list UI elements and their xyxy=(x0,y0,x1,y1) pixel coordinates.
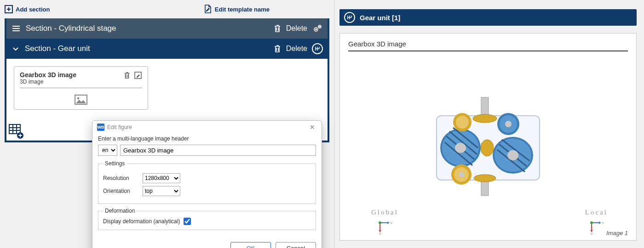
language-select[interactable]: en xyxy=(98,145,117,156)
delete-label[interactable]: Delete xyxy=(286,24,307,33)
gearshift-icon xyxy=(344,12,355,23)
settings-group: Settings Resolution 1280x800 Orientation… xyxy=(98,160,316,204)
trash-icon[interactable] xyxy=(123,71,131,79)
preview-3d-canvas[interactable]: Global v u Local v xyxy=(348,56,628,235)
edit-figure-dialog: WB Edit figure ✕ Enter a multi-language … xyxy=(92,120,322,248)
orientation-label: Orientation xyxy=(103,188,137,194)
settings-legend: Settings xyxy=(103,160,126,167)
gears-icon[interactable] xyxy=(312,23,323,34)
edit-template-name-button[interactable]: Edit template name xyxy=(204,5,270,14)
svg-marker-57 xyxy=(387,221,389,224)
section-title: Section - Gear unit xyxy=(25,44,90,53)
svg-marker-64 xyxy=(599,221,601,224)
cancel-button[interactable]: Cancel xyxy=(276,242,316,248)
resolution-select[interactable]: 1280x800 xyxy=(143,173,180,183)
svg-point-16 xyxy=(77,97,80,100)
add-table-button[interactable] xyxy=(8,124,24,141)
svg-point-62 xyxy=(379,221,381,224)
svg-text:v: v xyxy=(391,221,394,225)
axis-hud-global: Global v u xyxy=(371,209,398,235)
edit-template-name-label: Edit template name xyxy=(215,6,270,13)
chevron-down-icon xyxy=(11,44,20,53)
section-header-cylindrical-stage[interactable]: Section - Cylindrical stage Delete xyxy=(6,18,328,39)
svg-text:u: u xyxy=(591,231,594,235)
ok-button[interactable]: OK xyxy=(230,242,271,248)
svg-point-7 xyxy=(316,29,316,30)
deformation-legend: Deformation xyxy=(103,208,137,214)
orientation-select[interactable]: top xyxy=(143,186,180,196)
svg-rect-17 xyxy=(9,124,20,134)
gearshift-icon[interactable] xyxy=(312,43,323,54)
axis-local-label: Local xyxy=(585,209,608,216)
close-icon[interactable]: ✕ xyxy=(308,124,317,131)
preview-card-title: Gearbox 3D image xyxy=(348,40,628,48)
svg-text:u: u xyxy=(379,231,382,235)
preview-card: Gearbox 3D image xyxy=(339,33,637,241)
svg-point-9 xyxy=(319,26,320,27)
deformation-checkbox-label: Display deformation (analytical) xyxy=(103,218,180,225)
resolution-label: Resolution xyxy=(103,175,137,181)
top-action-bar: Add section Edit template name xyxy=(0,0,334,18)
preview-header: Gear unit [1] xyxy=(339,9,637,26)
delete-label[interactable]: Delete xyxy=(286,45,307,53)
svg-point-55 xyxy=(481,140,494,156)
svg-point-51 xyxy=(507,150,518,160)
figure-card-gearbox-3d[interactable]: Gearbox 3D image 3D image xyxy=(14,66,148,110)
dialog-title: Edit figure xyxy=(107,124,132,130)
card-title: Gearbox 3D image xyxy=(20,71,123,79)
section-header-gear-unit[interactable]: Section - Gear unit Delete xyxy=(6,39,328,59)
preview-pane: Gear unit [1] Gearbox 3D image xyxy=(335,0,644,248)
preview-header-title: Gear unit [1] xyxy=(360,14,400,22)
svg-point-43 xyxy=(459,172,464,177)
image-header-input[interactable] xyxy=(120,145,316,156)
trash-icon[interactable] xyxy=(273,44,282,53)
card-subtitle: 3D image xyxy=(20,79,123,87)
axis-global-label: Global xyxy=(371,209,398,216)
add-section-label: Add section xyxy=(16,6,50,13)
hamburger-icon xyxy=(11,23,21,34)
axis-hud-local: Local v u xyxy=(585,209,608,235)
plus-square-icon xyxy=(5,5,13,13)
dialog-prompt: Enter a multi-language image header xyxy=(98,135,316,142)
gearbox-3d-illustration xyxy=(428,93,548,198)
deformation-group: Deformation Display deformation (analyti… xyxy=(98,208,316,230)
svg-text:v: v xyxy=(602,221,605,225)
dialog-title-bar[interactable]: WB Edit figure ✕ xyxy=(92,121,322,134)
svg-point-69 xyxy=(590,221,593,224)
image-placeholder-icon xyxy=(20,95,142,105)
edit-icon[interactable] xyxy=(134,71,142,79)
document-edit-icon xyxy=(204,5,212,14)
app-badge: WB xyxy=(97,124,104,131)
deformation-checkbox[interactable] xyxy=(184,218,191,225)
section-title: Section - Cylindrical stage xyxy=(26,24,116,33)
svg-point-40 xyxy=(455,143,466,153)
svg-point-32 xyxy=(473,114,497,123)
add-section-button[interactable]: Add section xyxy=(5,5,50,13)
template-editor-pane: Add section Edit template name Section -… xyxy=(0,0,335,248)
trash-icon[interactable] xyxy=(273,24,282,33)
svg-point-45 xyxy=(456,116,469,129)
image-caption: Image 1 xyxy=(606,230,628,237)
svg-point-33 xyxy=(474,175,496,182)
svg-point-54 xyxy=(505,121,512,127)
